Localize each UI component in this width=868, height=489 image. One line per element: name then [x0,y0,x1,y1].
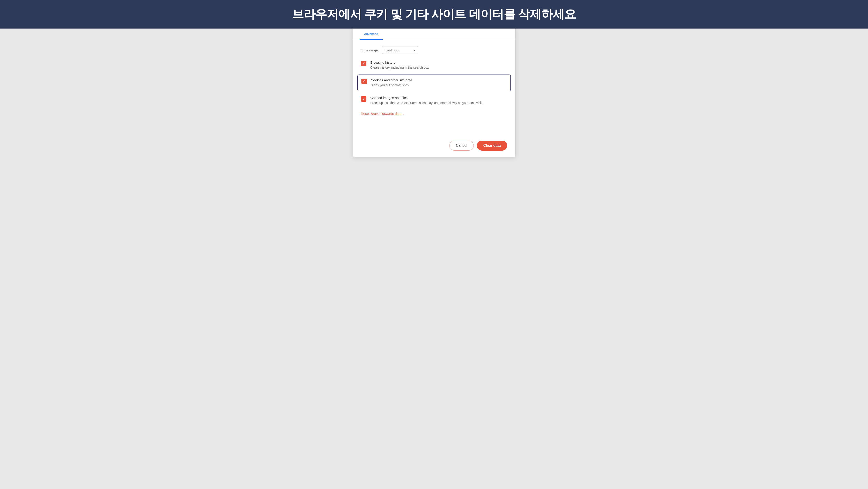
banner-text: 브라우저에서 쿠키 및 기타 사이트 데이터를 삭제하세요 [292,6,576,22]
tab-advanced[interactable]: Advanced [360,29,383,40]
cancel-button[interactable]: Cancel [449,141,474,151]
cached-checkbox[interactable] [361,96,366,102]
cookies-text: Cookies and other site data Signs you ou… [371,78,412,88]
dialog-content: Time range Last hour Last 24 hours Last … [353,40,516,123]
time-range-select[interactable]: Last hour Last 24 hours Last 7 days Last… [382,46,418,54]
dialog-footer: Cancel Clear data [353,136,516,157]
browsing-history-text: Browsing history Clears history, includi… [370,60,429,70]
cookies-item: Cookies and other site data Signs you ou… [358,74,511,91]
reset-rewards-link[interactable]: Reset Brave Rewards data... [361,112,404,116]
tab-bar: Advanced [353,29,516,40]
cached-item: Cached images and files Frees up less th… [361,96,507,105]
cookies-desc: Signs you out of most sites [371,83,412,88]
clear-data-dialog: Advanced Time range Last hour Last 24 ho… [352,29,516,157]
browsing-history-desc: Clears history, including in the search … [370,65,429,70]
time-range-select-wrapper[interactable]: Last hour Last 24 hours Last 7 days Last… [382,46,418,54]
time-range-label: Time range [361,48,378,52]
browsing-history-title: Browsing history [370,60,429,64]
banner: 브라우저에서 쿠키 및 기타 사이트 데이터를 삭제하세요 [0,0,868,29]
cached-title: Cached images and files [370,96,483,100]
cached-desc: Frees up less than 319 MB. Some sites ma… [370,100,483,105]
clear-data-button[interactable]: Clear data [477,141,507,151]
spacer [353,123,516,136]
cached-text: Cached images and files Frees up less th… [370,96,483,105]
cookies-checkbox[interactable] [362,79,367,84]
browsing-history-item: Browsing history Clears history, includi… [361,60,507,70]
dialog-wrapper: Advanced Time range Last hour Last 24 ho… [0,29,868,157]
browsing-history-checkbox[interactable] [361,61,366,66]
time-range-row: Time range Last hour Last 24 hours Last … [361,46,507,54]
cookies-title: Cookies and other site data [371,78,412,82]
